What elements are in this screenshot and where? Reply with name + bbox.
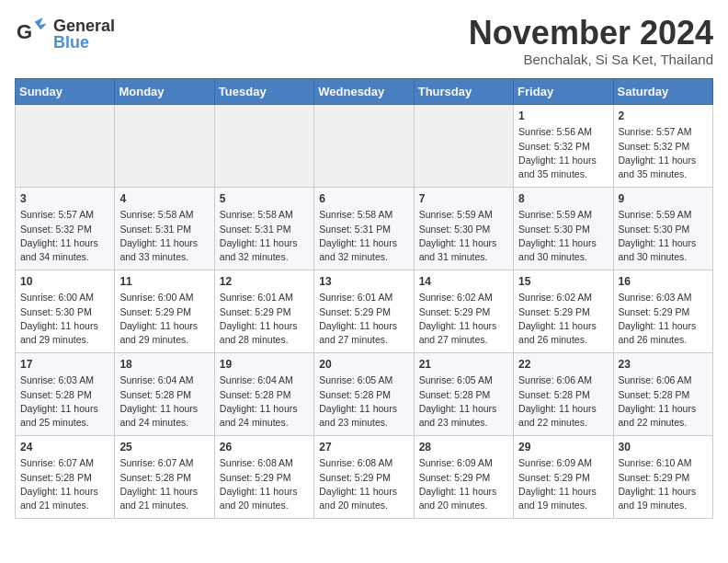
logo-general: General (53, 17, 115, 34)
calendar-day (214, 104, 313, 187)
calendar-day: 14Sunrise: 6:02 AM Sunset: 5:29 PM Dayli… (414, 270, 513, 352)
day-info: Sunrise: 6:06 AM Sunset: 5:28 PM Dayligh… (619, 373, 708, 430)
calendar-day (16, 104, 115, 187)
calendar-day: 19Sunrise: 6:04 AM Sunset: 5:28 PM Dayli… (214, 352, 313, 435)
day-header-monday: Monday (115, 78, 214, 104)
calendar-day: 3Sunrise: 5:57 AM Sunset: 5:32 PM Daylig… (16, 187, 115, 270)
day-info: Sunrise: 6:09 AM Sunset: 5:29 PM Dayligh… (419, 456, 508, 512)
day-number: 28 (419, 440, 508, 455)
day-number: 12 (220, 274, 309, 290)
title-block: November 2024 Benchalak, Si Sa Ket, Thai… (469, 15, 713, 67)
calendar-day: 29Sunrise: 6:09 AM Sunset: 5:29 PM Dayli… (514, 435, 613, 518)
calendar-day: 13Sunrise: 6:01 AM Sunset: 5:29 PM Dayli… (314, 270, 414, 352)
day-info: Sunrise: 5:59 AM Sunset: 5:30 PM Dayligh… (419, 208, 508, 264)
calendar-day: 12Sunrise: 6:01 AM Sunset: 5:29 PM Dayli… (214, 270, 313, 352)
day-info: Sunrise: 6:04 AM Sunset: 5:28 PM Dayligh… (119, 373, 209, 430)
calendar-week-3: 10Sunrise: 6:00 AM Sunset: 5:30 PM Dayli… (16, 270, 713, 352)
day-info: Sunrise: 6:09 AM Sunset: 5:29 PM Dayligh… (518, 456, 608, 512)
calendar-day: 7Sunrise: 5:59 AM Sunset: 5:30 PM Daylig… (414, 187, 513, 270)
day-info: Sunrise: 6:08 AM Sunset: 5:29 PM Dayligh… (319, 456, 408, 512)
calendar-day: 9Sunrise: 5:59 AM Sunset: 5:30 PM Daylig… (613, 187, 712, 270)
calendar-day: 25Sunrise: 6:07 AM Sunset: 5:28 PM Dayli… (115, 435, 214, 518)
day-number: 19 (220, 357, 309, 373)
day-info: Sunrise: 6:03 AM Sunset: 5:28 PM Dayligh… (20, 373, 109, 430)
calendar-day: 24Sunrise: 6:07 AM Sunset: 5:28 PM Dayli… (16, 435, 115, 518)
calendar-day: 28Sunrise: 6:09 AM Sunset: 5:29 PM Dayli… (414, 435, 513, 518)
day-number: 5 (220, 191, 309, 207)
calendar-day (115, 104, 214, 187)
day-number: 1 (518, 109, 608, 124)
day-info: Sunrise: 6:02 AM Sunset: 5:29 PM Dayligh… (419, 291, 508, 347)
day-header-sunday: Sunday (16, 78, 115, 104)
day-number: 15 (518, 274, 608, 290)
calendar-day: 21Sunrise: 6:05 AM Sunset: 5:28 PM Dayli… (414, 352, 513, 435)
logo-blue: Blue (53, 34, 115, 51)
calendar-day: 8Sunrise: 5:59 AM Sunset: 5:30 PM Daylig… (514, 187, 613, 270)
day-number: 18 (119, 357, 209, 373)
day-header-friday: Friday (514, 78, 613, 104)
calendar-day (414, 104, 513, 187)
day-info: Sunrise: 6:07 AM Sunset: 5:28 PM Dayligh… (20, 456, 109, 512)
logo-icon: G (15, 15, 50, 53)
day-number: 11 (119, 274, 209, 290)
calendar-day: 4Sunrise: 5:58 AM Sunset: 5:31 PM Daylig… (115, 187, 214, 270)
day-number: 22 (518, 357, 608, 373)
day-info: Sunrise: 6:01 AM Sunset: 5:29 PM Dayligh… (220, 291, 309, 347)
day-info: Sunrise: 6:05 AM Sunset: 5:28 PM Dayligh… (319, 373, 408, 430)
day-header-thursday: Thursday (414, 78, 513, 104)
day-number: 8 (518, 191, 608, 207)
calendar-day: 6Sunrise: 5:58 AM Sunset: 5:31 PM Daylig… (314, 187, 414, 270)
day-info: Sunrise: 6:02 AM Sunset: 5:29 PM Dayligh… (518, 291, 608, 347)
day-number: 17 (20, 357, 109, 373)
calendar-day: 27Sunrise: 6:08 AM Sunset: 5:29 PM Dayli… (314, 435, 414, 518)
day-info: Sunrise: 5:58 AM Sunset: 5:31 PM Dayligh… (220, 208, 309, 264)
day-info: Sunrise: 5:58 AM Sunset: 5:31 PM Dayligh… (119, 208, 209, 264)
day-info: Sunrise: 5:57 AM Sunset: 5:32 PM Dayligh… (619, 125, 708, 181)
calendar-day: 20Sunrise: 6:05 AM Sunset: 5:28 PM Dayli… (314, 352, 414, 435)
logo-text: General Blue (53, 17, 115, 51)
day-header-tuesday: Tuesday (214, 78, 313, 104)
day-info: Sunrise: 5:59 AM Sunset: 5:30 PM Dayligh… (518, 208, 608, 264)
day-number: 16 (619, 274, 708, 290)
day-info: Sunrise: 5:57 AM Sunset: 5:32 PM Dayligh… (20, 208, 109, 264)
day-info: Sunrise: 5:58 AM Sunset: 5:31 PM Dayligh… (319, 208, 408, 264)
day-info: Sunrise: 6:07 AM Sunset: 5:28 PM Dayligh… (119, 456, 209, 512)
calendar-day: 22Sunrise: 6:06 AM Sunset: 5:28 PM Dayli… (514, 352, 613, 435)
calendar-week-2: 3Sunrise: 5:57 AM Sunset: 5:32 PM Daylig… (16, 187, 713, 270)
calendar-day: 26Sunrise: 6:08 AM Sunset: 5:29 PM Dayli… (214, 435, 313, 518)
day-info: Sunrise: 6:08 AM Sunset: 5:29 PM Dayligh… (220, 456, 309, 512)
calendar-day: 17Sunrise: 6:03 AM Sunset: 5:28 PM Dayli… (16, 352, 115, 435)
day-number: 20 (319, 357, 408, 373)
day-number: 14 (419, 274, 508, 290)
day-info: Sunrise: 6:00 AM Sunset: 5:30 PM Dayligh… (20, 291, 109, 347)
day-number: 13 (319, 274, 408, 290)
day-number: 25 (119, 440, 209, 455)
day-info: Sunrise: 6:01 AM Sunset: 5:29 PM Dayligh… (319, 291, 408, 347)
day-number: 29 (518, 440, 608, 455)
day-info: Sunrise: 6:00 AM Sunset: 5:29 PM Dayligh… (119, 291, 209, 347)
calendar-day: 30Sunrise: 6:10 AM Sunset: 5:29 PM Dayli… (613, 435, 712, 518)
day-number: 30 (619, 440, 708, 455)
day-number: 24 (20, 440, 109, 455)
day-info: Sunrise: 5:59 AM Sunset: 5:30 PM Dayligh… (619, 208, 708, 264)
calendar-subtitle: Benchalak, Si Sa Ket, Thailand (469, 52, 713, 67)
calendar-title: November 2024 (469, 15, 713, 52)
day-number: 10 (20, 274, 109, 290)
calendar-week-4: 17Sunrise: 6:03 AM Sunset: 5:28 PM Dayli… (16, 352, 713, 435)
day-info: Sunrise: 6:10 AM Sunset: 5:29 PM Dayligh… (619, 456, 708, 512)
calendar-day: 5Sunrise: 5:58 AM Sunset: 5:31 PM Daylig… (214, 187, 313, 270)
calendar-day: 2Sunrise: 5:57 AM Sunset: 5:32 PM Daylig… (613, 104, 712, 187)
calendar-header-row: SundayMondayTuesdayWednesdayThursdayFrid… (16, 78, 713, 104)
calendar-day: 15Sunrise: 6:02 AM Sunset: 5:29 PM Dayli… (514, 270, 613, 352)
calendar-day (314, 104, 414, 187)
day-number: 7 (419, 191, 508, 207)
day-number: 27 (319, 440, 408, 455)
calendar-week-1: 1Sunrise: 5:56 AM Sunset: 5:32 PM Daylig… (16, 104, 713, 187)
day-number: 2 (619, 109, 708, 124)
day-number: 9 (619, 191, 708, 207)
day-info: Sunrise: 6:05 AM Sunset: 5:28 PM Dayligh… (419, 373, 508, 430)
day-info: Sunrise: 6:04 AM Sunset: 5:28 PM Dayligh… (220, 373, 309, 430)
page-header: G General Blue November 2024 Benchalak, … (15, 15, 713, 67)
day-info: Sunrise: 6:03 AM Sunset: 5:29 PM Dayligh… (619, 291, 708, 347)
logo: G General Blue (15, 15, 115, 53)
